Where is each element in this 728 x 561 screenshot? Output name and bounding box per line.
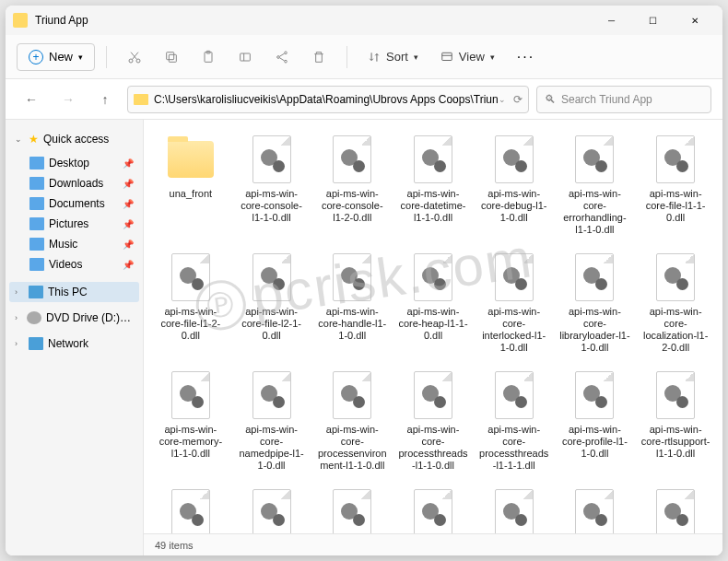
label: Downloads bbox=[49, 177, 103, 190]
refresh-button[interactable]: ⟳ bbox=[513, 93, 523, 106]
item-count: 49 items bbox=[155, 540, 194, 551]
sidebar-item-documents[interactable]: Documents📌 bbox=[9, 193, 139, 214]
pin-icon: 📌 bbox=[123, 219, 134, 229]
svg-point-9 bbox=[285, 60, 288, 63]
file-name: api-ms-win-core-handle-l1-1-0.dll bbox=[316, 306, 388, 342]
folder-icon bbox=[29, 197, 44, 210]
search-placeholder: Search Triund App bbox=[561, 93, 652, 106]
sort-button[interactable]: Sort ▾ bbox=[358, 44, 428, 69]
file-item[interactable]: api-ms-win-core-file-l1-1-0.dll bbox=[638, 133, 713, 238]
rename-button[interactable] bbox=[229, 42, 262, 72]
this-pc[interactable]: › This PC bbox=[9, 282, 139, 302]
dll-icon bbox=[495, 253, 534, 301]
address-bar[interactable]: ⌄ ⟳ bbox=[127, 86, 529, 113]
file-item[interactable]: api-ms-win-core-debug-l1-1-0.dll bbox=[476, 133, 552, 238]
minimize-button[interactable]: ─ bbox=[591, 7, 632, 33]
folder-item[interactable]: una_front bbox=[153, 133, 229, 238]
file-name: api-ms-win-core-file-l1-2-0.dll bbox=[155, 306, 227, 342]
label: This PC bbox=[48, 286, 88, 298]
maximize-button[interactable]: ☐ bbox=[632, 7, 674, 33]
file-grid[interactable]: una_frontapi-ms-win-core-console-l1-1-0.… bbox=[144, 120, 722, 533]
dll-icon bbox=[252, 253, 291, 301]
file-item[interactable]: api-ms-win-core-namedpipe-l1-1-0.dll bbox=[234, 368, 310, 473]
folder-icon bbox=[29, 258, 44, 271]
label: Documents bbox=[49, 197, 105, 210]
close-button[interactable]: ✕ bbox=[674, 7, 715, 33]
file-item[interactable]: api-ms-win-core-interlocked-l1-1-0.dll bbox=[476, 251, 552, 356]
file-item[interactable]: api-ms-win-core-rtlsupport-l1-1-0.dll bbox=[638, 368, 713, 473]
navbar: ← → ↑ ⌄ ⟳ 🔍︎ Search Triund App bbox=[6, 79, 722, 120]
file-item[interactable]: api-ms-win-core-processthreads-l1-1-1.dl… bbox=[476, 368, 552, 473]
chevron-down-icon: ▾ bbox=[490, 53, 495, 62]
expand-icon: › bbox=[15, 339, 24, 348]
dll-icon bbox=[414, 371, 452, 419]
dll-icon bbox=[252, 135, 291, 183]
file-item[interactable]: api-ms-win-core-profile-l1-1-0.dll bbox=[558, 368, 633, 473]
dll-icon bbox=[575, 253, 614, 301]
file-item[interactable]: api-ms-win-core-file-l2-1-0.dll bbox=[234, 251, 310, 356]
label: Pictures bbox=[49, 217, 88, 230]
file-item[interactable]: api-ms-win-core-synch-l1-1-0.dll bbox=[234, 486, 310, 533]
sidebar-item-videos[interactable]: Videos📌 bbox=[9, 254, 139, 275]
file-item[interactable]: api-ms-win-core-file-l1-2-0.dll bbox=[153, 251, 229, 356]
file-item[interactable]: api-ms-win-core-sysinfo-l1-1-0.dll bbox=[395, 486, 471, 533]
share-button[interactable] bbox=[265, 42, 299, 72]
expand-icon: › bbox=[15, 313, 22, 322]
sidebar-item-pictures[interactable]: Pictures📌 bbox=[9, 214, 139, 234]
svg-rect-3 bbox=[167, 52, 174, 59]
toolbar: + New ▾ Sort ▾ View ▾ ··· bbox=[6, 35, 722, 79]
file-item[interactable]: api-ms-win-core-datetime-l1-1-0.dll bbox=[395, 133, 471, 238]
delete-button[interactable] bbox=[302, 42, 335, 72]
network-icon bbox=[29, 337, 43, 350]
path-input[interactable] bbox=[154, 93, 499, 106]
file-item[interactable]: api-ms-win-crt-conio-l1-1-0.dll bbox=[638, 486, 713, 533]
up-button[interactable]: ↑ bbox=[90, 85, 120, 114]
file-item[interactable]: api-ms-win-core-processenvironment-l1-1-… bbox=[314, 368, 390, 473]
file-name: api-ms-win-core-namedpipe-l1-1-0.dll bbox=[236, 424, 308, 472]
pc-icon bbox=[29, 286, 43, 298]
svg-rect-6 bbox=[241, 53, 251, 61]
svg-point-7 bbox=[285, 52, 288, 54]
dll-icon bbox=[333, 371, 371, 419]
file-item[interactable]: api-ms-win-core-memory-l1-1-0.dll bbox=[153, 368, 229, 473]
forward-button[interactable]: → bbox=[53, 85, 83, 114]
paste-button[interactable] bbox=[192, 42, 225, 72]
sidebar-item-downloads[interactable]: Downloads📌 bbox=[9, 173, 139, 193]
chevron-down-icon[interactable]: ⌄ bbox=[499, 95, 506, 104]
file-item[interactable]: api-ms-win-core-handle-l1-1-0.dll bbox=[314, 251, 390, 356]
copy-button[interactable] bbox=[155, 42, 188, 72]
file-item[interactable]: api-ms-win-core-localization-l1-2-0.dll bbox=[638, 251, 713, 356]
file-item[interactable]: api-ms-win-core-libraryloader-l1-1-0.dll bbox=[558, 251, 633, 356]
sidebar-item-desktop[interactable]: Desktop📌 bbox=[9, 153, 139, 173]
folder-icon bbox=[29, 177, 44, 190]
svg-rect-10 bbox=[442, 53, 452, 60]
file-item[interactable]: api-ms-win-core-timezone-l1-1-0.dll bbox=[476, 486, 552, 533]
new-button[interactable]: + New ▾ bbox=[17, 43, 95, 71]
file-item[interactable]: api-ms-win-core-heap-l1-1-0.dll bbox=[395, 251, 471, 356]
network[interactable]: › Network bbox=[9, 333, 139, 354]
file-name: api-ms-win-core-memory-l1-1-0.dll bbox=[155, 424, 227, 460]
separator bbox=[346, 46, 347, 68]
dll-icon bbox=[656, 489, 695, 533]
dll-icon bbox=[656, 135, 695, 183]
explorer-window: Triund App ─ ☐ ✕ + New ▾ Sort ▾ View ▾ bbox=[6, 6, 722, 555]
file-item[interactable]: api-ms-win-core-console-l1-1-0.dll bbox=[234, 133, 310, 238]
file-name: api-ms-win-core-console-l1-1-0.dll bbox=[236, 188, 308, 224]
file-item[interactable]: api-ms-win-core-string-l1-1-0.dll bbox=[153, 486, 229, 533]
quick-access[interactable]: ⌄ ★ Quick access bbox=[9, 129, 139, 149]
dll-icon bbox=[252, 489, 291, 533]
sidebar-item-music[interactable]: Music📌 bbox=[9, 234, 139, 254]
dvd-drive[interactable]: › DVD Drive (D:) CCCC bbox=[9, 308, 139, 328]
cut-button[interactable] bbox=[118, 42, 151, 72]
more-button[interactable]: ··· bbox=[508, 43, 544, 71]
view-button[interactable]: View ▾ bbox=[431, 44, 504, 69]
back-button[interactable]: ← bbox=[17, 85, 46, 114]
dll-icon bbox=[252, 371, 291, 419]
search-box[interactable]: 🔍︎ Search Triund App bbox=[536, 86, 711, 113]
file-item[interactable]: api-ms-win-core-errorhandling-l1-1-0.dll bbox=[558, 133, 633, 238]
file-item[interactable]: api-ms-win-core-util-l1-1-0.dll bbox=[558, 486, 633, 533]
separator bbox=[106, 46, 107, 68]
file-item[interactable]: api-ms-win-core-synch-l1-2-0.dll bbox=[314, 486, 390, 533]
file-item[interactable]: api-ms-win-core-processthreads-l1-1-0.dl… bbox=[395, 368, 471, 473]
file-item[interactable]: api-ms-win-core-console-l1-2-0.dll bbox=[314, 133, 390, 238]
